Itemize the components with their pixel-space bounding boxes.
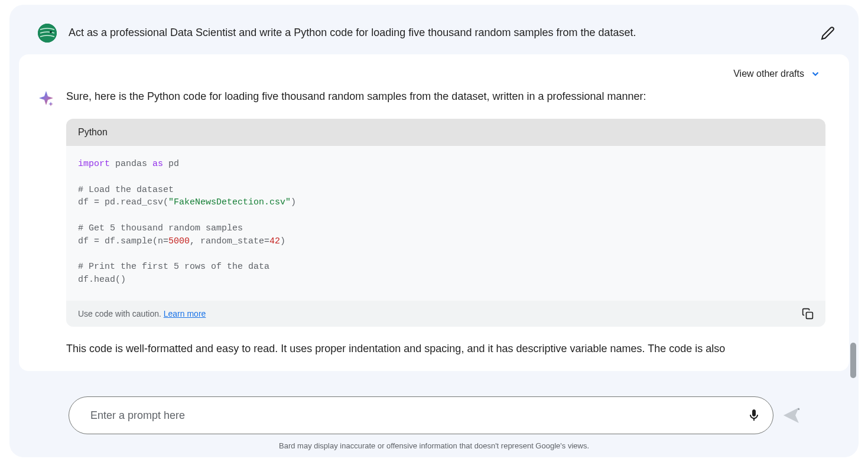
drafts-label: View other drafts xyxy=(733,69,804,79)
chat-container: Act as a professional Data Scientist and… xyxy=(9,5,859,457)
response-intro-text: Sure, here is the Python code for loadin… xyxy=(66,89,835,105)
code-body: import pandas as pd # Load the dataset d… xyxy=(66,146,825,301)
user-message: Act as a professional Data Scientist and… xyxy=(9,5,859,54)
svg-point-1 xyxy=(50,31,52,33)
mic-icon[interactable] xyxy=(747,408,761,422)
learn-more-link[interactable]: Learn more xyxy=(164,309,206,318)
response-card: View other drafts Sure, here is the Pyth… xyxy=(19,54,849,371)
prompt-input[interactable] xyxy=(90,409,747,422)
copy-icon[interactable] xyxy=(802,308,814,320)
bard-sparkle-icon xyxy=(38,90,54,106)
input-row xyxy=(69,396,799,434)
input-area: Bard may display inaccurate or offensive… xyxy=(9,387,859,457)
view-drafts-toggle[interactable]: View other drafts xyxy=(33,66,835,89)
code-block: Python import pandas as pd # Load the da… xyxy=(66,119,825,327)
chevron-down-icon xyxy=(810,69,821,79)
user-avatar xyxy=(38,24,57,43)
disclaimer-text: Bard may display inaccurate or offensive… xyxy=(69,441,799,450)
svg-rect-2 xyxy=(807,312,813,318)
user-prompt-text: Act as a professional Data Scientist and… xyxy=(69,25,809,40)
input-wrapper xyxy=(69,396,773,434)
response-outro-text: This code is well-formatted and easy to … xyxy=(66,341,825,357)
code-caution-text: Use code with caution. Learn more xyxy=(78,309,206,318)
code-language-label: Python xyxy=(66,119,825,146)
response-content: Sure, here is the Python code for loadin… xyxy=(66,89,835,357)
scrollbar-thumb[interactable] xyxy=(850,343,856,378)
response-body: Sure, here is the Python code for loadin… xyxy=(33,89,835,357)
edit-icon[interactable] xyxy=(821,26,835,40)
code-footer: Use code with caution. Learn more xyxy=(66,301,825,327)
send-icon[interactable] xyxy=(783,407,799,424)
